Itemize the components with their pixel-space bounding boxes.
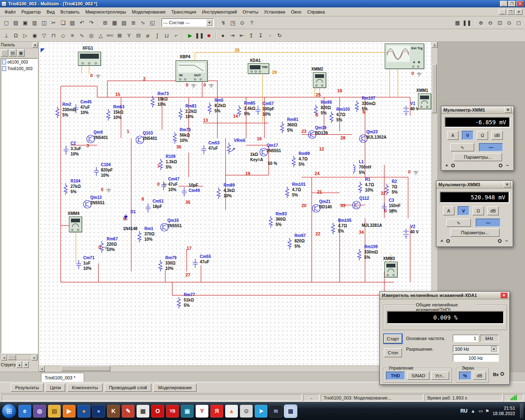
component-rm93[interactable]: Rm93360Ω5% xyxy=(276,211,287,227)
taskbar-icon-search[interactable]: ⊙ xyxy=(240,405,253,418)
res-symbol-rm73[interactable] xyxy=(150,96,155,107)
family-diode-button[interactable]: ▷ xyxy=(21,31,30,40)
project-tree-item-1[interactable]: Trio6100_003 xyxy=(1,65,37,72)
xmm3-ac-button[interactable]: ∿ xyxy=(446,219,471,227)
xmm1-ohm-button[interactable]: Ω xyxy=(477,131,488,140)
menu-item-7[interactable]: Инструментарий xyxy=(199,8,240,16)
component-qm9[interactable]: Qm92N5401 xyxy=(94,130,108,140)
component-rm63[interactable]: Rm6315kΩ10% xyxy=(113,104,124,120)
tray-expand-icon[interactable]: ▲ xyxy=(471,409,475,413)
view-tab-3[interactable]: Проводящий слой xyxy=(105,383,152,392)
menu-item-0[interactable]: Файл xyxy=(2,8,18,16)
family-mcu-button[interactable]: ∫ xyxy=(153,31,162,40)
bat-symbol-v1[interactable] xyxy=(403,106,409,116)
xmm3-dc-button[interactable]: — xyxy=(476,219,500,227)
find-button[interactable]: ⊙ xyxy=(237,18,247,27)
component-qm23[interactable]: Qm23MJL1302A xyxy=(366,129,386,140)
scroll-right-icon[interactable]: ► xyxy=(32,355,37,361)
xda1-db-button[interactable]: dB xyxy=(473,372,486,380)
cap-symbol-cm55[interactable] xyxy=(192,259,198,268)
redo-button[interactable]: ↷ xyxy=(87,18,96,27)
graph-view-button[interactable]: ∿ xyxy=(138,18,148,27)
spreadsheet-view-button[interactable]: ▧ xyxy=(119,18,129,27)
xda1-titlebar[interactable]: Измеритель нелинейных искажений-XDA1 ✕ xyxy=(380,292,509,299)
family-ttl-button[interactable]: ⊓ xyxy=(49,31,58,40)
res-symbol-rm103[interactable] xyxy=(329,112,334,123)
family-transistor-button[interactable]: ◉ xyxy=(30,31,39,40)
run-to-cursor-button[interactable]: ↧ xyxy=(256,31,265,40)
xmm3-ampere-button[interactable]: A xyxy=(443,206,454,215)
cut-button[interactable]: ✂ xyxy=(49,18,58,27)
xmm1-db-button[interactable]: dB xyxy=(491,131,503,140)
component-rm91[interactable]: Rm91360Ω5% xyxy=(287,117,298,133)
menu-item-9[interactable]: Установки xyxy=(261,8,288,16)
structure-tab-label[interactable]: Структу xyxy=(1,363,16,367)
component-rm77[interactable]: Rm7751kΩ5% xyxy=(184,292,195,308)
zoom-area-button[interactable]: ⊡ xyxy=(495,18,504,27)
project-tree-item-0[interactable]: o6100_003 xyxy=(1,59,37,65)
taskbar-icon-monitor[interactable]: ▣ xyxy=(181,405,194,418)
npn-symbol-qm15[interactable] xyxy=(160,223,169,232)
component-cm45[interactable]: Cm4547uF10% xyxy=(80,99,91,115)
res-symbol-rm77[interactable] xyxy=(176,297,181,308)
taskbar-icon-ball[interactable]: ● xyxy=(92,405,105,418)
instrument-xfg1[interactable] xyxy=(78,52,101,66)
xmm1-titlebar[interactable]: Мультиметр-XMM1 ✕ xyxy=(441,106,514,114)
res-symbol-rm81[interactable] xyxy=(178,108,183,120)
family-misc-digital-button[interactable]: ≡ xyxy=(68,31,77,40)
schematic-canvas[interactable]: Rm2330mΩ5%Cm4547uF10%Rm6315kΩ10%Rm7310kΩ… xyxy=(39,42,431,365)
component-qm13[interactable]: Qm132N5551 xyxy=(90,195,105,205)
component-cm57[interactable]: Cm57100pF10% xyxy=(262,101,274,117)
cap-symbol-c2[interactable] xyxy=(63,146,69,155)
print-button[interactable]: ▥ xyxy=(30,18,39,27)
fullscreen-button[interactable]: ⊞ xyxy=(100,18,110,27)
scroll-left-icon[interactable]: ◄ xyxy=(39,366,45,372)
breakpoint-button[interactable]: ◦ xyxy=(265,31,275,40)
chevron-down-icon[interactable]: ▼ xyxy=(206,19,212,26)
xda1-frequency-input[interactable] xyxy=(453,335,478,342)
component-cm53[interactable]: Cm5347uF xyxy=(208,140,219,151)
menu-item-10[interactable]: Окно xyxy=(288,8,304,16)
view-tab-1[interactable]: Цепи xyxy=(46,383,65,392)
tray-display-icon[interactable]: ▭ xyxy=(479,409,483,414)
pause-button[interactable]: ❚❚ xyxy=(195,31,204,40)
postprocessor-button[interactable]: ◳ xyxy=(228,18,237,27)
instrument-xmm1-icon[interactable] xyxy=(418,94,431,109)
xmm3-db-button[interactable]: dB xyxy=(487,206,499,215)
npn-symbol-qm13[interactable] xyxy=(83,200,92,209)
taskbar-icon-opera[interactable]: O xyxy=(151,405,164,418)
component-r109[interactable]: R1091.3kΩ5% xyxy=(166,154,177,170)
component-cm49[interactable]: 10pFCm49 xyxy=(189,183,200,193)
panel-new-button[interactable]: ▢ xyxy=(1,49,8,57)
menu-item-3[interactable]: Вставить xyxy=(57,8,82,16)
family-connector-button[interactable]: ⌀ xyxy=(143,31,153,40)
instrument-xmm3-icon[interactable] xyxy=(384,262,397,277)
component-rm109[interactable]: Rm109330mΩ5% xyxy=(364,244,378,260)
print-preview-button[interactable]: ◫ xyxy=(39,18,49,27)
res-symbol-rm93[interactable] xyxy=(268,216,273,228)
component-d1[interactable]: D1 xyxy=(130,209,136,215)
taskbar-icon-telegram[interactable]: ➤ xyxy=(255,405,267,418)
family-rf-button[interactable]: Y xyxy=(124,31,134,40)
family-bus-button[interactable]: ⌐ xyxy=(171,31,181,40)
stop-button[interactable]: ■ xyxy=(204,31,214,40)
view-tab-4[interactable]: Моделирование xyxy=(153,383,196,392)
doc-minimize-button[interactable]: _ xyxy=(499,9,506,15)
component-qm19[interactable]: Qm19BD139 xyxy=(315,125,328,136)
zoom-out-button[interactable]: ⊖ xyxy=(486,18,495,27)
npn-symbol-qm21[interactable] xyxy=(312,204,321,213)
copy-button[interactable]: ❏ xyxy=(58,18,68,27)
family-analog-button[interactable]: ▽ xyxy=(39,31,49,40)
family-power-button[interactable]: △ xyxy=(96,31,105,40)
res-symbol-rm79[interactable] xyxy=(158,260,163,272)
family-electromech-button[interactable]: ⊟ xyxy=(134,31,143,40)
xmm1-ampere-button[interactable]: A xyxy=(447,131,459,140)
family-advanced-button[interactable]: ⊠ xyxy=(115,31,124,40)
cap-symbol-cm49[interactable] xyxy=(181,187,187,196)
view-tab-0[interactable]: Результаты xyxy=(11,383,43,392)
component-c104[interactable]: C104820pF10% xyxy=(101,162,113,178)
component-rm1[interactable]: Rm1370Ω10% xyxy=(144,226,155,242)
family-basic-button[interactable]: Ω xyxy=(11,31,21,40)
panel-scrollbar[interactable]: ◄ ► xyxy=(1,354,38,360)
menu-item-4[interactable]: Микроконтроллеры xyxy=(82,8,129,16)
